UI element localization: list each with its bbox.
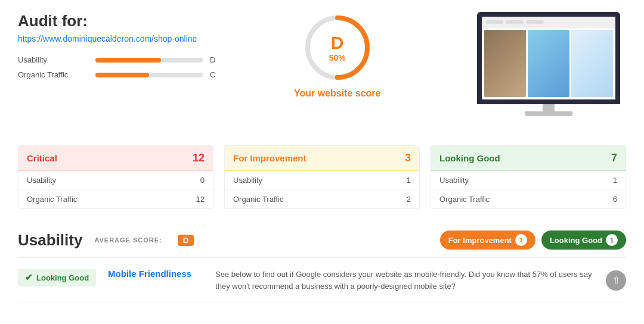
monitor-section — [459, 12, 626, 131]
good-row-0-label: Usability — [439, 176, 469, 185]
usability-title: Usability — [18, 231, 82, 250]
improvement-row-1: Organic Traffic 2 — [225, 190, 419, 208]
good-header: Looking Good 7 — [431, 146, 626, 171]
topbar-item-1 — [485, 20, 503, 24]
screen-img-3 — [571, 30, 613, 97]
organic-traffic-grade: C — [210, 70, 215, 79]
good-row-1-value: 6 — [613, 195, 617, 204]
usability-metric: Usability D — [18, 55, 215, 64]
metrics-section: Usability D Organic Traffic C — [18, 55, 215, 79]
critical-row-1-value: 12 — [196, 195, 205, 204]
monitor-neck — [543, 104, 555, 111]
good-row-0: Usability 1 — [431, 171, 626, 190]
critical-scorecard: Critical 12 Usability 0 Organic Traffic … — [18, 145, 213, 209]
improvement-row-0: Usability 1 — [225, 171, 419, 190]
usability-section: Usability AVERAGE SCORE: D For Improveme… — [18, 223, 626, 303]
check-icon: ✔ — [25, 272, 33, 283]
score-section: D 50% Your website score — [233, 12, 441, 99]
usability-grade: D — [210, 55, 215, 64]
good-tag-label: Looking Good — [550, 236, 602, 245]
improvement-tag-label: For Improvement — [448, 236, 512, 245]
organic-traffic-bar — [95, 73, 149, 77]
organic-traffic-bar-container — [95, 73, 203, 77]
scroll-up-button[interactable]: ⇧ — [606, 270, 626, 291]
critical-header: Critical 12 — [18, 146, 213, 171]
improvement-title: For Improvement — [233, 153, 306, 163]
screen-inner — [482, 17, 615, 99]
good-row-1-label: Organic Traffic — [439, 195, 490, 204]
improvement-row-0-value: 1 — [407, 176, 411, 185]
usability-bar-container — [95, 58, 203, 63]
critical-row-0-value: 0 — [200, 176, 205, 185]
score-label: Your website score — [294, 88, 381, 99]
feature-title: Mobile Friendliness — [108, 269, 203, 279]
score-circle: D 50% — [302, 12, 373, 83]
good-row-1: Organic Traffic 6 — [431, 190, 626, 208]
page: Audit for: https://www.dominiquecalderon… — [0, 0, 644, 324]
topbar-item-3 — [526, 20, 544, 24]
score-text: D 50% — [329, 33, 346, 63]
header-section: Audit for: https://www.dominiquecalderon… — [18, 12, 626, 131]
audit-title: Audit for: — [18, 12, 215, 30]
screen-topbar — [482, 17, 615, 27]
usability-bar — [95, 58, 161, 63]
critical-row-1-label: Organic Traffic — [27, 195, 77, 204]
good-scorecard: Looking Good 7 Usability 1 Organic Traff… — [431, 145, 626, 209]
usability-tags: For Improvement 1 Looking Good 1 — [440, 230, 626, 250]
organic-traffic-metric: Organic Traffic C — [18, 70, 215, 79]
usability-header: Usability AVERAGE SCORE: D For Improveme… — [18, 223, 626, 258]
screen-content — [482, 27, 615, 99]
improvement-tag-count: 1 — [515, 234, 527, 246]
usability-metric-label: Usability — [18, 55, 95, 64]
critical-title: Critical — [27, 153, 57, 163]
score-percent: 50% — [329, 53, 346, 63]
good-count: 7 — [611, 152, 617, 164]
feature-description: See below to find out if Google consider… — [215, 269, 594, 292]
good-tag-count: 1 — [606, 234, 618, 246]
topbar-item-2 — [506, 20, 524, 24]
improvement-scorecard: For Improvement 3 Usability 1 Organic Tr… — [224, 145, 420, 209]
improvement-row-1-value: 2 — [407, 195, 411, 204]
improvement-count: 3 — [405, 152, 411, 164]
improvement-row-0-label: Usability — [233, 176, 262, 185]
avg-score-badge: D — [178, 235, 194, 246]
monitor-base — [477, 104, 620, 116]
good-title: Looking Good — [439, 153, 500, 163]
avg-score-label: AVERAGE SCORE: — [94, 236, 162, 244]
audit-url[interactable]: https://www.dominiquecalderon.com/shop-o… — [18, 34, 197, 43]
looking-good-row: ✔ Looking Good Mobile Friendliness See b… — [18, 258, 626, 303]
improvement-tag[interactable]: For Improvement 1 — [440, 230, 535, 250]
monitor-stand — [525, 111, 572, 116]
improvement-row-1-label: Organic Traffic — [233, 195, 283, 204]
critical-row-1: Organic Traffic 12 — [18, 190, 213, 208]
header-left: Audit for: https://www.dominiquecalderon… — [18, 12, 215, 85]
organic-traffic-label: Organic Traffic — [18, 70, 95, 79]
scorecards: Critical 12 Usability 0 Organic Traffic … — [18, 145, 626, 209]
critical-count: 12 — [193, 152, 205, 164]
critical-row-0-label: Usability — [27, 176, 56, 185]
looking-good-badge: ✔ Looking Good — [18, 269, 96, 286]
monitor — [471, 12, 626, 131]
critical-row-0: Usability 0 — [18, 171, 213, 190]
screen-img-2 — [528, 30, 569, 97]
score-grade: D — [329, 33, 346, 53]
screen-img-1 — [484, 30, 526, 97]
looking-good-badge-label: Looking Good — [36, 273, 89, 282]
monitor-screen — [477, 12, 620, 104]
good-tag[interactable]: Looking Good 1 — [541, 230, 626, 250]
improvement-header: For Improvement 3 — [225, 146, 419, 171]
good-row-0-value: 1 — [613, 176, 617, 185]
